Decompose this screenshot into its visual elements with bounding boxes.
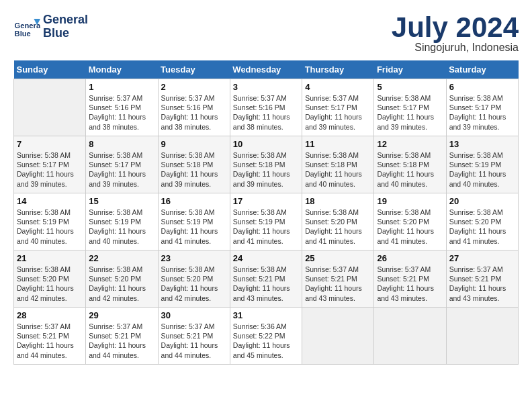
day-number: 24 bbox=[233, 253, 299, 263]
day-number: 10 bbox=[233, 139, 299, 149]
logo-icon: General Blue bbox=[13, 13, 40, 40]
day-info: Sunrise: 5:38 AM Sunset: 5:18 PM Dayligh… bbox=[161, 150, 227, 189]
day-number: 11 bbox=[305, 139, 371, 149]
calendar-cell: 14Sunrise: 5:38 AM Sunset: 5:19 PM Dayli… bbox=[14, 193, 86, 250]
day-number: 27 bbox=[449, 253, 515, 263]
day-info: Sunrise: 5:37 AM Sunset: 5:16 PM Dayligh… bbox=[89, 93, 154, 132]
calendar-cell: 20Sunrise: 5:38 AM Sunset: 5:20 PM Dayli… bbox=[446, 193, 518, 250]
calendar-cell: 19Sunrise: 5:38 AM Sunset: 5:20 PM Dayli… bbox=[374, 193, 446, 250]
day-info: Sunrise: 5:37 AM Sunset: 5:21 PM Dayligh… bbox=[17, 322, 83, 360]
day-info: Sunrise: 5:38 AM Sunset: 5:19 PM Dayligh… bbox=[161, 208, 227, 246]
logo-line1: General bbox=[43, 13, 88, 27]
day-number: 18 bbox=[305, 196, 371, 206]
calendar-cell: 6Sunrise: 5:38 AM Sunset: 5:17 PM Daylig… bbox=[446, 79, 518, 136]
calendar-cell bbox=[14, 79, 86, 136]
day-number: 17 bbox=[233, 196, 299, 206]
calendar-cell: 7Sunrise: 5:38 AM Sunset: 5:17 PM Daylig… bbox=[14, 136, 86, 193]
day-info: Sunrise: 5:38 AM Sunset: 5:17 PM Dayligh… bbox=[449, 93, 515, 132]
location-subtitle: Singojuruh, Indonesia bbox=[392, 42, 519, 54]
day-number: 13 bbox=[449, 139, 515, 149]
day-number: 31 bbox=[233, 310, 299, 320]
calendar-cell: 18Sunrise: 5:38 AM Sunset: 5:20 PM Dayli… bbox=[302, 193, 374, 250]
day-header-wednesday: Wednesday bbox=[230, 60, 302, 79]
day-number: 6 bbox=[449, 82, 515, 92]
day-number: 3 bbox=[233, 82, 299, 92]
page-header: General Blue General Blue July 2024 Sing… bbox=[13, 13, 519, 54]
day-info: Sunrise: 5:38 AM Sunset: 5:20 PM Dayligh… bbox=[89, 265, 154, 303]
day-number: 16 bbox=[161, 196, 227, 206]
day-info: Sunrise: 5:36 AM Sunset: 5:22 PM Dayligh… bbox=[233, 322, 299, 360]
calendar-cell: 23Sunrise: 5:38 AM Sunset: 5:20 PM Dayli… bbox=[158, 250, 230, 308]
day-number: 28 bbox=[17, 310, 83, 320]
calendar-cell: 11Sunrise: 5:38 AM Sunset: 5:18 PM Dayli… bbox=[302, 136, 374, 193]
calendar-cell: 17Sunrise: 5:38 AM Sunset: 5:19 PM Dayli… bbox=[230, 193, 302, 250]
week-row-5: 28Sunrise: 5:37 AM Sunset: 5:21 PM Dayli… bbox=[14, 308, 519, 365]
day-info: Sunrise: 5:38 AM Sunset: 5:18 PM Dayligh… bbox=[305, 150, 371, 189]
calendar-cell: 30Sunrise: 5:37 AM Sunset: 5:21 PM Dayli… bbox=[158, 308, 230, 365]
calendar-cell: 28Sunrise: 5:37 AM Sunset: 5:21 PM Dayli… bbox=[14, 308, 86, 365]
day-number: 20 bbox=[449, 196, 515, 206]
logo-line2: Blue bbox=[43, 27, 88, 40]
day-info: Sunrise: 5:38 AM Sunset: 5:19 PM Dayligh… bbox=[449, 150, 515, 189]
day-info: Sunrise: 5:37 AM Sunset: 5:21 PM Dayligh… bbox=[305, 265, 371, 303]
calendar-cell: 16Sunrise: 5:38 AM Sunset: 5:19 PM Dayli… bbox=[158, 193, 230, 250]
day-number: 23 bbox=[161, 253, 227, 263]
calendar-cell: 1Sunrise: 5:37 AM Sunset: 5:16 PM Daylig… bbox=[86, 79, 158, 136]
day-header-sunday: Sunday bbox=[14, 60, 86, 79]
calendar-cell: 22Sunrise: 5:38 AM Sunset: 5:20 PM Dayli… bbox=[86, 250, 158, 308]
calendar-cell: 3Sunrise: 5:37 AM Sunset: 5:16 PM Daylig… bbox=[230, 79, 302, 136]
day-number: 15 bbox=[89, 196, 154, 206]
calendar-cell bbox=[374, 308, 446, 365]
calendar-cell: 21Sunrise: 5:38 AM Sunset: 5:20 PM Dayli… bbox=[14, 250, 86, 308]
day-info: Sunrise: 5:38 AM Sunset: 5:20 PM Dayligh… bbox=[161, 265, 227, 303]
day-number: 25 bbox=[305, 253, 371, 263]
day-info: Sunrise: 5:38 AM Sunset: 5:17 PM Dayligh… bbox=[17, 150, 83, 189]
day-info: Sunrise: 5:38 AM Sunset: 5:19 PM Dayligh… bbox=[89, 208, 154, 246]
calendar-cell: 8Sunrise: 5:38 AM Sunset: 5:17 PM Daylig… bbox=[86, 136, 158, 193]
day-number: 26 bbox=[377, 253, 443, 263]
title-block: July 2024 Singojuruh, Indonesia bbox=[392, 13, 519, 54]
day-info: Sunrise: 5:37 AM Sunset: 5:21 PM Dayligh… bbox=[377, 265, 443, 303]
day-number: 14 bbox=[17, 196, 83, 206]
day-info: Sunrise: 5:37 AM Sunset: 5:21 PM Dayligh… bbox=[89, 322, 154, 360]
days-header-row: SundayMondayTuesdayWednesdayThursdayFrid… bbox=[14, 60, 519, 79]
svg-text:Blue: Blue bbox=[15, 30, 31, 38]
calendar-cell: 10Sunrise: 5:38 AM Sunset: 5:18 PM Dayli… bbox=[230, 136, 302, 193]
calendar-cell: 24Sunrise: 5:38 AM Sunset: 5:21 PM Dayli… bbox=[230, 250, 302, 308]
calendar-cell: 13Sunrise: 5:38 AM Sunset: 5:19 PM Dayli… bbox=[446, 136, 518, 193]
day-info: Sunrise: 5:38 AM Sunset: 5:20 PM Dayligh… bbox=[449, 208, 515, 246]
day-header-saturday: Saturday bbox=[446, 60, 518, 79]
week-row-2: 7Sunrise: 5:38 AM Sunset: 5:17 PM Daylig… bbox=[14, 136, 519, 193]
day-header-thursday: Thursday bbox=[302, 60, 374, 79]
day-info: Sunrise: 5:38 AM Sunset: 5:18 PM Dayligh… bbox=[377, 150, 443, 189]
calendar-cell: 15Sunrise: 5:38 AM Sunset: 5:19 PM Dayli… bbox=[86, 193, 158, 250]
day-number: 12 bbox=[377, 139, 443, 149]
day-info: Sunrise: 5:37 AM Sunset: 5:16 PM Dayligh… bbox=[161, 93, 227, 132]
day-info: Sunrise: 5:38 AM Sunset: 5:20 PM Dayligh… bbox=[377, 208, 443, 246]
day-info: Sunrise: 5:37 AM Sunset: 5:21 PM Dayligh… bbox=[161, 322, 227, 360]
day-number: 7 bbox=[17, 139, 83, 149]
week-row-4: 21Sunrise: 5:38 AM Sunset: 5:20 PM Dayli… bbox=[14, 250, 519, 308]
day-number: 5 bbox=[377, 82, 443, 92]
week-row-3: 14Sunrise: 5:38 AM Sunset: 5:19 PM Dayli… bbox=[14, 193, 519, 250]
calendar-table: SundayMondayTuesdayWednesdayThursdayFrid… bbox=[13, 60, 519, 365]
day-number: 8 bbox=[89, 139, 154, 149]
calendar-cell bbox=[302, 308, 374, 365]
calendar-cell: 26Sunrise: 5:37 AM Sunset: 5:21 PM Dayli… bbox=[374, 250, 446, 308]
day-info: Sunrise: 5:38 AM Sunset: 5:19 PM Dayligh… bbox=[17, 208, 83, 246]
calendar-cell: 2Sunrise: 5:37 AM Sunset: 5:16 PM Daylig… bbox=[158, 79, 230, 136]
day-number: 4 bbox=[305, 82, 371, 92]
day-number: 21 bbox=[17, 253, 83, 263]
week-row-1: 1Sunrise: 5:37 AM Sunset: 5:16 PM Daylig… bbox=[14, 79, 519, 136]
day-info: Sunrise: 5:38 AM Sunset: 5:20 PM Dayligh… bbox=[305, 208, 371, 246]
day-info: Sunrise: 5:37 AM Sunset: 5:21 PM Dayligh… bbox=[449, 265, 515, 303]
day-number: 29 bbox=[89, 310, 154, 320]
day-number: 19 bbox=[377, 196, 443, 206]
day-number: 22 bbox=[89, 253, 154, 263]
calendar-cell: 29Sunrise: 5:37 AM Sunset: 5:21 PM Dayli… bbox=[86, 308, 158, 365]
day-number: 30 bbox=[161, 310, 227, 320]
calendar-cell bbox=[446, 308, 518, 365]
calendar-cell: 12Sunrise: 5:38 AM Sunset: 5:18 PM Dayli… bbox=[374, 136, 446, 193]
day-info: Sunrise: 5:38 AM Sunset: 5:20 PM Dayligh… bbox=[17, 265, 83, 303]
logo: General Blue General Blue bbox=[13, 13, 88, 40]
